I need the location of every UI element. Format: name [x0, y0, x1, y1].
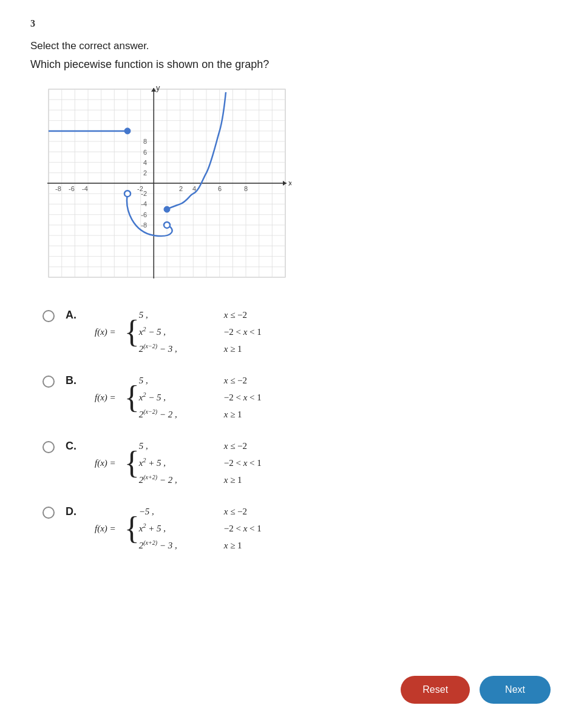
instruction: Select the correct answer. — [30, 40, 557, 52]
piecewise-C: 5 , x ≤ −2 x2 + 5 , −2 < x < 1 2(x+2) − … — [124, 439, 262, 487]
content-A: f(x) = 5 , x ≤ −2 x2 − 5 , −2 < x < 1 — [95, 308, 262, 356]
fx-D: f(x) = — [95, 524, 116, 534]
svg-text:8: 8 — [244, 185, 248, 192]
svg-text:2: 2 — [179, 185, 183, 192]
svg-text:-4: -4 — [82, 185, 88, 192]
fx-B: f(x) = — [95, 393, 116, 403]
question-number: 3 — [30, 18, 557, 29]
fx-A: f(x) = — [95, 327, 116, 337]
svg-text:-6: -6 — [141, 211, 147, 218]
radio-B[interactable] — [42, 376, 55, 388]
piecewise-A: 5 , x ≤ −2 x2 − 5 , −2 < x < 1 2(x−2) − … — [124, 308, 262, 356]
content-B: f(x) = 5 , x ≤ −2 x2 − 5 , −2 < x < 1 — [95, 373, 262, 422]
answers-container: A. f(x) = 5 , x ≤ −2 x2 − 5 , −2 < x < 1 — [42, 308, 557, 553]
svg-text:-8: -8 — [55, 185, 61, 192]
piecewise-B: 5 , x ≤ −2 x2 − 5 , −2 < x < 1 2(x−2) − … — [124, 373, 262, 422]
svg-text:-6: -6 — [69, 185, 75, 192]
content-D: f(x) = −5 , x ≤ −2 x2 + 5 , −2 < x < 1 — [95, 504, 262, 553]
svg-point-63 — [124, 128, 131, 134]
next-button[interactable]: Next — [480, 676, 551, 704]
graph-container: x y -8 -6 -4 -2 2 4 6 8 8 6 4 2 -2 -4 -6… — [30, 83, 291, 289]
reset-button[interactable]: Reset — [401, 676, 470, 704]
radio-A[interactable] — [42, 310, 55, 322]
label-B: B. — [66, 374, 84, 387]
label-C: C. — [66, 440, 84, 453]
svg-text:y: y — [156, 83, 160, 92]
page: 3 Select the correct answer. Which piece… — [0, 0, 587, 728]
label-A: A. — [66, 309, 84, 322]
svg-text:2: 2 — [143, 169, 147, 177]
bottom-buttons: Reset Next — [401, 676, 551, 704]
svg-text:4: 4 — [143, 159, 147, 166]
label-D: D. — [66, 505, 84, 518]
svg-point-64 — [124, 190, 131, 197]
piecewise-D: −5 , x ≤ −2 x2 + 5 , −2 < x < 1 2(x+2) −… — [124, 504, 262, 553]
graph-svg: x y -8 -6 -4 -2 2 4 6 8 8 6 4 2 -2 -4 -6… — [30, 83, 291, 289]
svg-text:8: 8 — [143, 138, 147, 145]
svg-text:x: x — [288, 178, 291, 187]
answer-B[interactable]: B. f(x) = 5 , x ≤ −2 x2 − 5 , −2 < x < 1 — [42, 373, 557, 422]
question-text: Which piecewise function is shown on the… — [30, 58, 557, 71]
svg-text:-8: -8 — [141, 221, 147, 229]
svg-point-66 — [164, 206, 170, 212]
svg-text:-4: -4 — [141, 200, 147, 207]
answer-C[interactable]: C. f(x) = 5 , x ≤ −2 x2 + 5 , −2 < x < 1 — [42, 439, 557, 487]
content-C: f(x) = 5 , x ≤ −2 x2 + 5 , −2 < x < 1 — [95, 439, 262, 487]
fx-C: f(x) = — [95, 458, 116, 468]
svg-point-65 — [164, 222, 170, 228]
svg-text:-2: -2 — [141, 190, 147, 197]
answer-D[interactable]: D. f(x) = −5 , x ≤ −2 x2 + 5 , −2 < x < … — [42, 504, 557, 553]
answer-A[interactable]: A. f(x) = 5 , x ≤ −2 x2 − 5 , −2 < x < 1 — [42, 308, 557, 356]
radio-C[interactable] — [42, 441, 55, 453]
svg-text:6: 6 — [218, 185, 222, 192]
radio-D[interactable] — [42, 507, 55, 519]
svg-text:6: 6 — [143, 149, 147, 156]
